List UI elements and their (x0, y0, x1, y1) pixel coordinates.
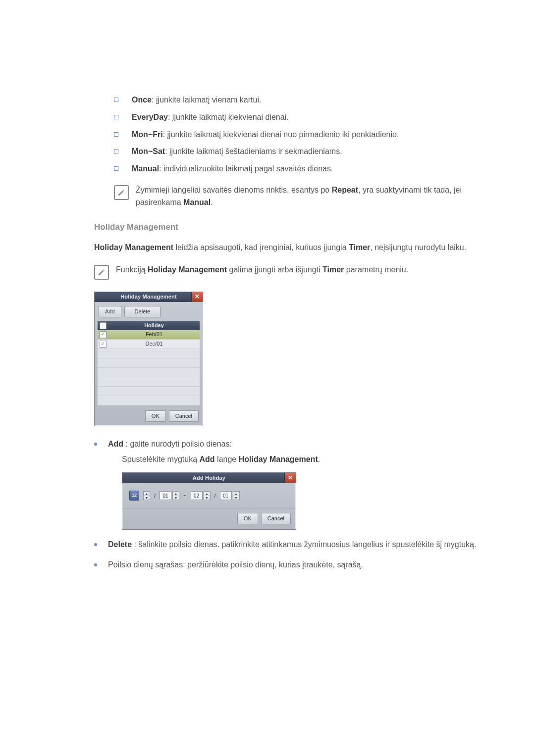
list-item: Poilsio dienų sąrašas: peržiūrėkite poil… (94, 559, 490, 571)
holiday-management-window: Holiday Management ✕ Add Delete Holiday … (94, 292, 203, 426)
to-month: 02 ▲▼ (191, 491, 211, 500)
close-button[interactable]: ✕ (191, 292, 203, 302)
day-field[interactable]: 01 (160, 491, 171, 500)
hm-table-header: Holiday (98, 321, 200, 330)
table-row-empty (98, 387, 200, 396)
holiday-cell: Feb/01 (108, 330, 200, 339)
table-row-empty (98, 349, 200, 358)
spinner[interactable]: ▲▼ (172, 491, 179, 500)
note-text: Funkciją Holiday Management galima įjung… (116, 264, 490, 276)
add-button[interactable]: Add (99, 306, 121, 317)
holiday-management-heading: Holiday Management (94, 221, 490, 234)
ah-titlebar: Add Holiday ✕ (122, 473, 296, 483)
calendar-icon: 12 (129, 491, 139, 501)
table-row[interactable]: ✓ Feb/01 (98, 330, 200, 340)
spinner[interactable]: ▲▼ (143, 491, 150, 500)
list-item: Delete : šalinkite poilsio dienas. patik… (94, 539, 490, 551)
note-hm: Funkciją Holiday Management galima įjung… (94, 264, 490, 280)
holiday-management-para: Holiday Management leidžia apsisaugoti, … (94, 242, 490, 254)
column-holiday: Holiday (108, 321, 200, 330)
from-month: ▲▼ (143, 491, 150, 500)
repeat-options-list: Once: įjunkite laikmatį vienam kartui. E… (114, 94, 490, 175)
ok-button[interactable]: OK (145, 410, 166, 422)
hm-toolbar: Add Delete (95, 302, 203, 321)
header-check-cell (98, 322, 108, 329)
close-icon: ✕ (288, 473, 293, 483)
to-day: 01 ▲▼ (220, 491, 240, 500)
table-row[interactable]: ✓ Dec/01 (98, 340, 200, 349)
repeat-option: Mon~Sat: įjunkite laikmatį šeštadieniams… (114, 146, 490, 158)
hm-title: Holiday Management (120, 293, 177, 301)
row-checkbox[interactable]: ✓ (100, 341, 107, 348)
note-text: Žymimieji langeliai savaitės dienoms rin… (136, 184, 490, 209)
table-row-empty (98, 358, 200, 368)
page: Once: įjunkite laikmatį vienam kartui. E… (0, 0, 535, 756)
header-checkbox[interactable] (100, 322, 107, 329)
month-field[interactable]: 02 (191, 491, 203, 500)
option-label: Mon~Sat (132, 147, 165, 155)
note-manual: Žymimieji langeliai savaitės dienoms rin… (114, 184, 490, 209)
hm-table: Holiday ✓ Feb/01 ✓ Dec/01 (98, 321, 200, 405)
range-tilde: ~ (183, 492, 186, 500)
option-desc: : individualizuokite laikmatį pagal sava… (159, 164, 333, 173)
option-desc: : įjunkite laikmatį vienam kartui. (152, 96, 261, 104)
from-day: 01 ▲▼ (160, 491, 179, 500)
ah-title: Add Holiday (193, 474, 225, 482)
ah-footer: OK Cancel (122, 508, 296, 529)
note-icon (94, 265, 109, 280)
cancel-button[interactable]: Cancel (169, 410, 199, 422)
slash: / (214, 492, 216, 500)
actions-list: Add : galite nurodyti poilsio dienas: Sp… (94, 438, 490, 571)
add-holiday-window: Add Holiday ✕ 12 ▲▼ / 01 ▲▼ ~ 02 (122, 472, 296, 530)
option-label: EveryDay (132, 113, 168, 121)
row-checkbox[interactable]: ✓ (100, 331, 107, 338)
slash: / (154, 492, 156, 500)
close-icon: ✕ (195, 292, 200, 302)
option-desc: : įjunkite laikmatį kiekvienai dienai. (168, 113, 289, 121)
close-button[interactable]: ✕ (284, 473, 296, 483)
option-label: Once (132, 96, 152, 104)
repeat-option: EveryDay: įjunkite laikmatį kiekvienai d… (114, 111, 490, 124)
ok-button[interactable]: OK (237, 513, 258, 524)
repeat-option: Once: įjunkite laikmatį vienam kartui. (114, 94, 490, 106)
table-row-empty (98, 377, 200, 387)
day-field[interactable]: 01 (220, 491, 232, 500)
ah-body: 12 ▲▼ / 01 ▲▼ ~ 02 ▲▼ / (122, 483, 296, 508)
note-icon (114, 185, 129, 200)
holiday-cell: Dec/01 (108, 340, 200, 348)
table-row-empty (98, 368, 200, 377)
table-row-empty (98, 396, 200, 405)
list-item: Add : galite nurodyti poilsio dienas: Sp… (94, 438, 490, 530)
option-desc: : įjunkite laikmatį šeštadieniams ir sek… (165, 147, 342, 155)
delete-button[interactable]: Delete (124, 306, 161, 317)
cancel-button[interactable]: Cancel (261, 513, 291, 524)
option-desc: : įjunkite laikmatį kiekvienai dienai nu… (163, 130, 399, 139)
spinner[interactable]: ▲▼ (233, 491, 240, 500)
add-hint: Spustelėkite mygtuką Add lange Holiday M… (122, 454, 490, 466)
hm-titlebar: Holiday Management ✕ (95, 292, 203, 302)
repeat-option: Mon~Fri: įjunkite laikmatį kiekvienai di… (114, 129, 490, 141)
repeat-option: Manual: individualizuokite laikmatį paga… (114, 163, 490, 175)
option-label: Manual (132, 164, 159, 173)
option-label: Mon~Fri (132, 130, 163, 139)
hm-footer: OK Cancel (95, 405, 203, 426)
spinner[interactable]: ▲▼ (204, 491, 211, 500)
